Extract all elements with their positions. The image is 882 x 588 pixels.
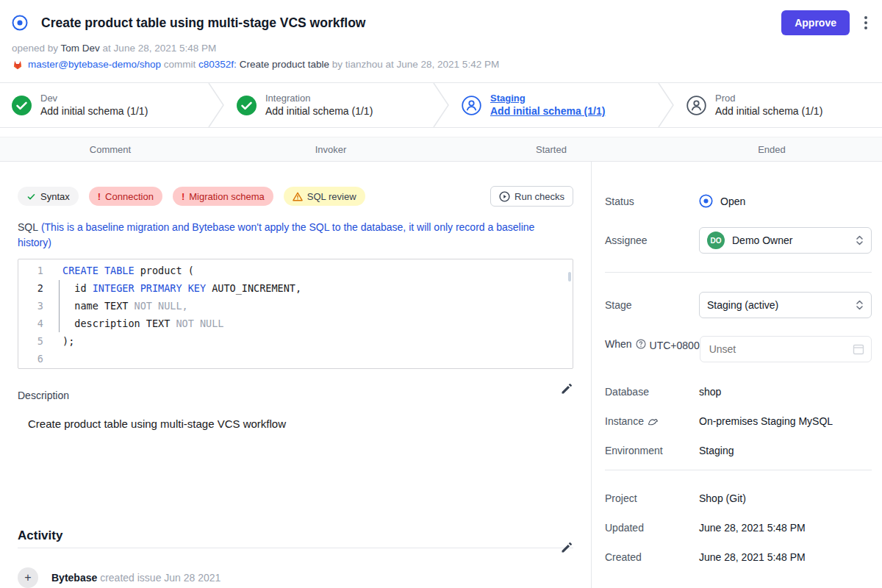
issue-open-icon (12, 15, 28, 31)
badge-sql-review[interactable]: SQL review (284, 187, 365, 206)
code-token: ); (62, 335, 74, 347)
edit-description-icon[interactable] (560, 541, 573, 554)
updated-label: Updated (605, 522, 699, 534)
stage-select[interactable]: Staging (active) (699, 292, 872, 318)
stage-name[interactable]: Staging (490, 92, 605, 104)
updated-value: June 28, 2021 5:48 PM (699, 522, 872, 534)
stage-separator-chevron (432, 83, 450, 127)
code-token: description TEXT (62, 318, 176, 329)
code-token: AUTO_INCREMENT, (206, 282, 301, 294)
line-number: 2 (18, 279, 54, 297)
when-timezone: UTC+0800 (650, 340, 700, 351)
code-line: 1 CREATE TABLE product ( (18, 262, 573, 279)
opened-by-line: opened by Tom Dev at June 28, 2021 5:48 … (12, 41, 870, 56)
stage-done-icon (12, 96, 32, 115)
status-row: Status Open (605, 194, 872, 208)
description-text[interactable]: Create product table using multi-stage V… (28, 416, 573, 432)
editor-scrollbar[interactable] (568, 272, 571, 282)
project-value[interactable]: Shop (Git) (699, 492, 872, 504)
stage-separator-chevron (657, 83, 675, 127)
branch-repo-link[interactable]: master@bytebase-demo/shop (28, 59, 161, 70)
commit-word: commit (164, 59, 196, 70)
help-icon[interactable] (636, 339, 646, 349)
project-label: Project (605, 492, 699, 504)
code-line: 6 (18, 350, 573, 368)
description-label: Description (18, 390, 573, 401)
play-circle-icon (499, 191, 510, 202)
indent-guide (59, 280, 60, 332)
stage-task-link[interactable]: Add initial schema (1/1) (265, 104, 373, 118)
stage-assignee-icon (686, 96, 706, 115)
line-number: 5 (18, 332, 54, 350)
sql-section-label: SQL (This is a baseline migration and By… (18, 220, 573, 251)
column-invoker: Invoker (220, 144, 441, 155)
issue-sidebar: Status Open Assignee DO Demo Owner (592, 162, 882, 588)
mysql-dolphin-icon (648, 417, 659, 426)
sql-code-editor[interactable]: 1 CREATE TABLE product ( 2 id INTEGER PR… (18, 259, 573, 369)
commit-author-time: by tianzhou at June 28, 2021 5:42 PM (332, 59, 499, 70)
stage-prod[interactable]: Prod Add initial schema (1/1) (675, 83, 882, 127)
created-label: Created (605, 551, 699, 563)
chevron-up-down-icon (856, 234, 864, 246)
column-comment: Comment (0, 144, 220, 155)
sql-label: SQL (18, 221, 38, 233)
stage-dev[interactable]: Dev Add initial schema (1/1) (0, 83, 207, 127)
stage-task-link[interactable]: Add initial schema (1/1) (715, 104, 822, 118)
badge-syntax[interactable]: Syntax (18, 187, 79, 206)
database-value[interactable]: shop (699, 386, 872, 398)
opened-timestamp: at June 28, 2021 5:48 PM (103, 43, 217, 54)
code-line: 2 id INTEGER PRIMARY KEY AUTO_INCREMENT, (18, 279, 573, 297)
exclamation-icon: ! (182, 191, 184, 202)
issue-main-panel: Syntax ! Connection ! Migration schema S… (0, 162, 592, 588)
badge-migration-schema[interactable]: ! Migration schema (173, 187, 273, 206)
when-label: When (605, 338, 632, 350)
assignee-select[interactable]: DO Demo Owner (699, 227, 872, 254)
commit-message: Create product table (240, 59, 329, 70)
stage-pipeline: Dev Add initial schema (1/1) Integration… (0, 82, 882, 128)
stage-name: Prod (715, 92, 822, 104)
activity-action: created issue Jun 28 2021 (100, 572, 220, 584)
more-options-icon[interactable] (861, 13, 870, 32)
edit-sql-icon[interactable] (560, 382, 573, 395)
stage-task-link[interactable]: Add initial schema (1/1) (490, 104, 605, 118)
badge-connection[interactable]: ! Connection (89, 187, 162, 206)
instance-value[interactable]: On-premises Staging MySQL (699, 415, 872, 427)
code-token: name TEXT (62, 300, 135, 312)
badge-label: Migration schema (189, 191, 265, 202)
line-number: 4 (18, 315, 54, 332)
line-number: 1 (18, 262, 54, 279)
environment-value[interactable]: Staging (699, 445, 872, 456)
stage-task-link[interactable]: Add initial schema (1/1) (40, 104, 148, 118)
check-icon (26, 192, 36, 201)
assignee-row: Assignee DO Demo Owner (605, 227, 872, 254)
when-datetime-input[interactable] (700, 336, 872, 362)
project-row: Project Shop (Git) (605, 492, 872, 504)
exclamation-icon: ! (98, 191, 101, 202)
issue-header: Create product table using multi-stage V… (0, 0, 882, 82)
badge-label: SQL review (307, 191, 356, 202)
stage-name: Dev (40, 92, 148, 104)
stage-row: Stage Staging (active) (605, 292, 872, 318)
line-number: 3 (18, 297, 54, 315)
commit-hash-link[interactable]: c80352f: (198, 59, 237, 70)
assignee-value: Demo Owner (732, 234, 792, 246)
activity-actor: Bytebase (51, 572, 97, 584)
opened-prefix: opened by (12, 43, 58, 54)
stage-label: Stage (605, 299, 699, 311)
stage-staging[interactable]: Staging Add initial schema (1/1) (450, 83, 657, 127)
plus-icon: + (18, 567, 38, 588)
stage-integration[interactable]: Integration Add initial schema (1/1) (225, 83, 432, 127)
check-badges-row: Syntax ! Connection ! Migration schema S… (18, 186, 573, 207)
code-token: NOT NULL (176, 318, 223, 329)
calendar-icon (853, 343, 864, 355)
approve-button[interactable]: Approve (781, 10, 850, 35)
vcs-commit-line: master@bytebase-demo/shop commit c80352f… (12, 57, 870, 72)
created-row: Created June 28, 2021 5:48 PM (605, 551, 872, 563)
run-checks-label: Run checks (514, 191, 564, 202)
code-token: INTEGER PRIMARY KEY (93, 282, 206, 294)
activity-heading: Activity (18, 526, 573, 545)
instance-label: Instance (605, 415, 644, 427)
run-checks-button[interactable]: Run checks (490, 186, 573, 207)
badge-label: Connection (105, 191, 154, 202)
activity-divider (18, 548, 573, 548)
